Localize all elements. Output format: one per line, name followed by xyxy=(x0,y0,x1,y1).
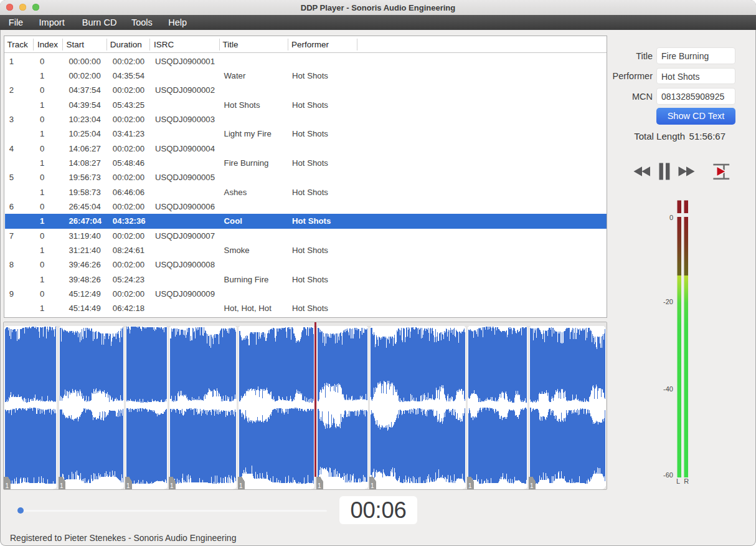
svg-text:1: 1 xyxy=(5,482,9,489)
svg-text:1: 1 xyxy=(468,482,472,489)
svg-text:1: 1 xyxy=(170,482,174,489)
svg-text:1: 1 xyxy=(318,482,321,489)
svg-text:1: 1 xyxy=(239,482,243,489)
svg-text:1: 1 xyxy=(371,482,374,489)
svg-text:1: 1 xyxy=(60,482,64,489)
svg-text:1: 1 xyxy=(530,482,534,489)
svg-text:1: 1 xyxy=(126,482,130,489)
